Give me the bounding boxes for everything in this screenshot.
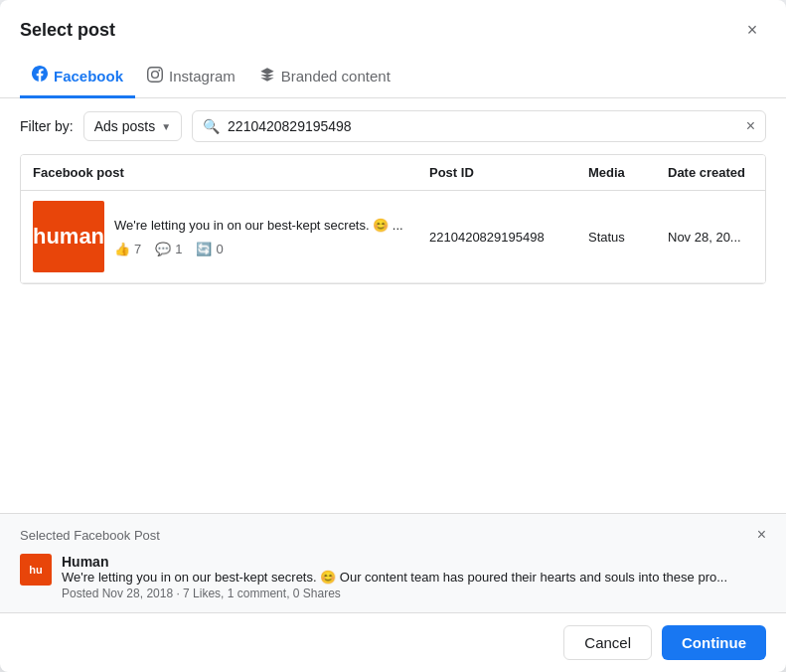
search-input[interactable]: [228, 118, 738, 134]
post-stats: 👍 7 💬 1 🔄 0: [114, 242, 403, 256]
comments-stat: 💬 1: [155, 242, 182, 256]
tab-branded-label: Branded content: [281, 68, 391, 84]
filter-dropdown[interactable]: Ads posts ▼: [83, 111, 182, 141]
col-header-post: Facebook post: [21, 155, 417, 190]
selected-post-meta: Posted Nov 28, 2018 · 7 Likes, 1 comment…: [62, 587, 766, 600]
col-header-postid: Post ID: [417, 155, 576, 190]
thumbsup-icon: 👍: [114, 242, 130, 256]
tab-instagram-label: Instagram: [169, 68, 236, 84]
selected-post-card: hu Human We're letting you in on our bes…: [20, 554, 766, 600]
instagram-icon: [147, 67, 163, 85]
post-id-cell: 2210420829195498: [417, 191, 576, 282]
cancel-button[interactable]: Cancel: [563, 625, 652, 660]
col-header-media: Media: [576, 155, 656, 190]
filter-label: Filter by:: [20, 118, 74, 134]
selected-post-text: We're letting you in on our best-kept se…: [62, 570, 766, 585]
dropdown-icon: ▼: [161, 121, 171, 132]
search-box: 🔍 ×: [192, 110, 766, 142]
branded-icon: [259, 67, 275, 85]
shares-stat: 🔄 0: [196, 242, 223, 256]
table-row[interactable]: human We're letting you in on our best-k…: [21, 191, 765, 283]
post-cell: human We're letting you in on our best-k…: [21, 191, 417, 282]
search-clear-button[interactable]: ×: [746, 117, 755, 135]
share-icon: 🔄: [196, 242, 212, 256]
selected-post-section: Selected Facebook Post × hu Human We're …: [0, 513, 786, 612]
search-icon: 🔍: [203, 118, 220, 134]
media-cell: Status: [576, 191, 656, 282]
post-thumbnail: human: [33, 201, 104, 272]
comment-icon: 💬: [155, 242, 171, 256]
selected-post-close-button[interactable]: ×: [757, 526, 766, 544]
posts-table: Facebook post Post ID Media Date created…: [20, 154, 766, 284]
selected-post-header: Selected Facebook Post ×: [20, 526, 766, 544]
table-header: Facebook post Post ID Media Date created: [21, 155, 765, 191]
tab-facebook-label: Facebook: [54, 68, 123, 84]
filter-row: Filter by: Ads posts ▼ 🔍 ×: [0, 98, 786, 154]
selected-post-name: Human: [62, 554, 766, 570]
selected-post-label: Selected Facebook Post: [20, 528, 160, 543]
selected-post-info: Human We're letting you in on our best-k…: [62, 554, 766, 600]
tab-facebook[interactable]: Facebook: [20, 56, 135, 98]
tab-instagram[interactable]: Instagram: [135, 56, 247, 98]
modal-title: Select post: [20, 20, 115, 41]
selected-post-thumbnail: hu: [20, 554, 52, 586]
select-post-modal: Select post × Facebook Instagram Branded…: [0, 0, 786, 672]
tab-branded[interactable]: Branded content: [247, 56, 402, 98]
post-content: We're letting you in on our best-kept se…: [114, 217, 403, 255]
post-text: We're letting you in on our best-kept se…: [114, 217, 403, 235]
modal-footer: Cancel Continue: [0, 612, 786, 672]
continue-button[interactable]: Continue: [662, 625, 766, 660]
modal-close-button[interactable]: ×: [738, 16, 766, 44]
modal-header: Select post ×: [0, 0, 786, 44]
facebook-icon: [32, 66, 48, 85]
likes-stat: 👍 7: [114, 242, 141, 256]
col-header-date: Date created: [656, 155, 765, 190]
filter-select-value: Ads posts: [94, 118, 155, 134]
tab-bar: Facebook Instagram Branded content: [0, 56, 786, 98]
date-cell: Nov 28, 20...: [656, 191, 765, 282]
